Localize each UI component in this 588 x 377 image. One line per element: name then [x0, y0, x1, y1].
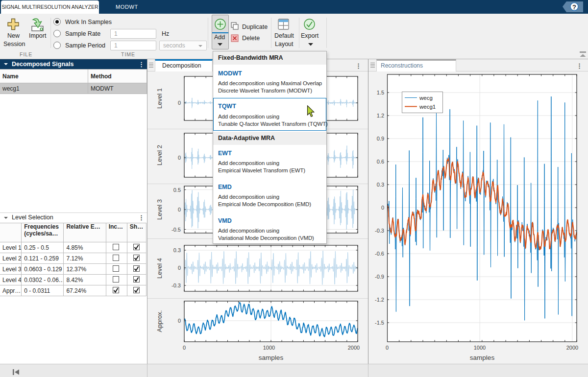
svg-text:wecg1: wecg1	[419, 104, 436, 110]
svg-text:1000: 1000	[474, 345, 486, 351]
svg-text:samples: samples	[470, 354, 495, 361]
svg-text:-0.5: -0.5	[172, 227, 181, 233]
svg-text:Level 2: Level 2	[156, 145, 163, 165]
svg-text:0: 0	[178, 207, 181, 212]
svg-text:-0.6: -0.6	[375, 251, 384, 257]
svg-text:2000: 2000	[566, 345, 578, 351]
svg-text:1.2: 1.2	[377, 113, 384, 118]
svg-text:0: 0	[178, 265, 181, 271]
svg-text:-1.2: -1.2	[375, 297, 384, 303]
svg-text:0: 0	[178, 100, 181, 106]
svg-text:0: 0	[386, 345, 389, 351]
svg-text:0: 0	[178, 318, 181, 324]
svg-text:1000: 1000	[263, 345, 275, 351]
svg-text:wecg: wecg	[419, 95, 433, 101]
svg-text:0.6: 0.6	[377, 159, 384, 165]
svg-text:0: 0	[381, 205, 384, 211]
svg-text:?: ?	[572, 3, 576, 11]
svg-text:Level 1: Level 1	[156, 88, 163, 109]
svg-text:0: 0	[178, 155, 181, 161]
svg-text:2000: 2000	[348, 345, 360, 351]
svg-text:1.5: 1.5	[377, 90, 384, 95]
svg-text:samples: samples	[259, 354, 284, 361]
svg-text:0.5: 0.5	[173, 187, 181, 193]
svg-text:0.3: 0.3	[377, 182, 384, 188]
svg-text:Approx.: Approx.	[156, 310, 163, 332]
svg-text:-0.3: -0.3	[172, 283, 181, 288]
svg-text:Level 3: Level 3	[156, 199, 163, 220]
svg-text:0: 0	[183, 345, 186, 351]
svg-text:-0.3: -0.3	[375, 228, 384, 234]
svg-text:-0.9: -0.9	[375, 274, 384, 280]
svg-text:0.3: 0.3	[173, 247, 181, 253]
svg-text:Level 4: Level 4	[156, 258, 163, 279]
svg-text:0.9: 0.9	[377, 136, 384, 141]
svg-text:-1.5: -1.5	[375, 320, 384, 326]
